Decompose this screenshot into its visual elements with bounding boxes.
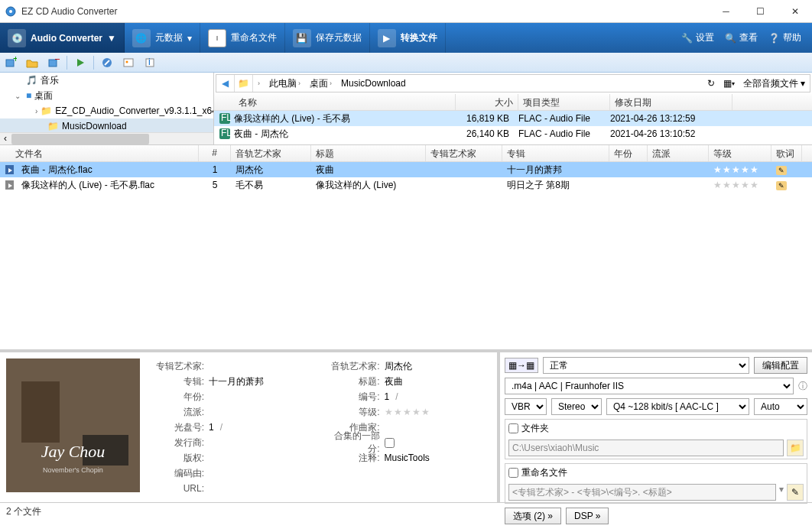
remove-button[interactable]: – (44, 54, 63, 71)
meta-rating[interactable]: ★★★★★ (385, 407, 430, 417)
convert-icon: ▶ (378, 29, 396, 47)
folder-icon: 📁 (41, 105, 52, 116)
folder-path-input[interactable] (508, 440, 784, 456)
format-select[interactable]: .m4a | AAC | Fraunhofer IIS (505, 378, 794, 394)
meta-disc[interactable]: 1 (209, 422, 214, 433)
crumb-pc[interactable]: 此电脑› (265, 75, 305, 92)
track-row[interactable]: 像我这样的人 (Live) - 毛不易.flac5毛不易像我这样的人 (Live… (0, 177, 812, 193)
close-button[interactable]: ✕ (778, 0, 812, 23)
svg-text:–: – (55, 57, 60, 64)
svg-text:+: + (13, 57, 17, 64)
compilation-checkbox[interactable] (385, 438, 395, 448)
nav-back[interactable]: ◀ (216, 75, 235, 92)
options-button[interactable]: 选项 (2) » (505, 508, 561, 524)
add-folder-button[interactable] (22, 54, 42, 71)
audio-converter-button[interactable]: 💿 Audio Converter▼ (0, 23, 125, 53)
save-metadata-button[interactable]: 💾 保存元数据 (285, 23, 370, 53)
auto-select[interactable]: Auto (754, 398, 807, 415)
meta-title[interactable]: 夜曲 (385, 375, 403, 388)
file-list[interactable]: FLAC像我这样的人 (Live) - 毛不易16,819 KBFLAC - A… (214, 111, 812, 141)
nav-up[interactable]: 📁 (235, 75, 253, 92)
svg-point-1 (9, 10, 12, 13)
mode-select[interactable]: 正常 (543, 357, 749, 374)
search-icon: 🔍 (725, 33, 736, 44)
svg-text:i: i (148, 57, 151, 67)
add-file-button[interactable]: + (1, 54, 21, 71)
view-link[interactable]: 🔍查看 (725, 23, 758, 53)
edit-config-button[interactable]: 编辑配置 (754, 357, 807, 374)
meta-album[interactable]: 十一月的萧邦 (209, 375, 264, 388)
folder-tree[interactable]: 🎵音乐 ⌄■桌面 ›📁EZ_CD_Audio_Converter_v9.3.1.… (0, 73, 214, 144)
file-header[interactable]: 名称 大小 项目类型 修改日期 (214, 94, 812, 111)
music-icon: 🎵 (26, 75, 37, 86)
globe-icon: 🌐 (132, 29, 151, 47)
track-header[interactable]: 文件名 # 音轨艺术家 标题 专辑艺术家 专辑 年份 流派 等级 歌词 (0, 145, 812, 162)
folder-checkbox[interactable] (508, 423, 518, 433)
refresh-button[interactable]: ↻ (702, 75, 720, 92)
meta-comment[interactable]: MusicTools (385, 453, 430, 463)
svg-marker-6 (77, 59, 84, 66)
browse-folder-button[interactable]: 📁 (787, 440, 804, 456)
info-button[interactable]: i (140, 54, 160, 71)
tree-selected[interactable]: 📁MusicDownload (0, 118, 213, 134)
rename-icon: I (208, 29, 226, 47)
desktop-icon: ■ (26, 90, 31, 101)
crumb-root[interactable]: › (253, 75, 265, 92)
stereo-select[interactable]: Stereo (551, 398, 602, 415)
meta-trackno[interactable]: 1 (385, 391, 390, 402)
crumb-folder[interactable]: MusicDownload (336, 75, 411, 92)
main-toolbar: 💿 Audio Converter▼ 🌐 元数据▾ I 重命名文件 💾 保存元数… (0, 23, 812, 53)
breadcrumb-bar: ◀ 📁 › 此电脑› 桌面› MusicDownload ↻ ▦▾ 全部音频文件… (216, 74, 810, 92)
meta-artist[interactable]: 周杰伦 (385, 360, 412, 373)
cover-button[interactable] (119, 54, 138, 71)
settings-link[interactable]: 🔧设置 (681, 23, 714, 53)
window-title: EZ CD Audio Converter (21, 6, 709, 17)
secondary-toolbar: + – i (0, 53, 812, 73)
metadata-panel: Jay Chou November's Chopin 专辑艺术家: 专辑:十一月… (0, 352, 497, 502)
album-cover[interactable]: Jay Chou November's Chopin (6, 358, 140, 492)
minimize-button[interactable]: ─ (709, 0, 743, 23)
edit-pattern-button[interactable]: ✎ (787, 484, 804, 501)
svg-text:FLAC: FLAC (221, 128, 231, 138)
vbr-select[interactable]: VBR (505, 398, 547, 415)
format-info-icon[interactable]: ⓘ (798, 380, 807, 393)
edit-meta-button[interactable] (97, 54, 117, 71)
play-button[interactable] (70, 54, 90, 71)
track-list[interactable]: 夜曲 - 周杰伦.flac1周杰伦夜曲十一月的萧邦★★★★★✎像我这样的人 (L… (0, 162, 812, 349)
filetype-filter[interactable]: 全部音频文件 ▾ (739, 77, 810, 90)
dsp-button[interactable]: DSP » (566, 508, 609, 524)
conversion-panel: ▦→▦ 正常 编辑配置 .m4a | AAC | Fraunhofer IIS … (497, 352, 812, 502)
help-link[interactable]: ❔帮助 (768, 23, 801, 53)
tree-hscroll[interactable]: ‹ (0, 132, 213, 144)
svg-rect-21 (21, 381, 60, 443)
titlebar: EZ CD Audio Converter ─ ☐ ✕ (0, 0, 812, 23)
rename-pattern-input[interactable] (508, 484, 776, 501)
queue-icon: ▦→▦ (505, 358, 538, 373)
track-row[interactable]: 夜曲 - 周杰伦.flac1周杰伦夜曲十一月的萧邦★★★★★✎ (0, 162, 812, 177)
crumb-desktop[interactable]: 桌面› (305, 75, 336, 92)
maximize-button[interactable]: ☐ (743, 0, 778, 23)
svg-point-9 (126, 60, 128, 63)
rename-button[interactable]: I 重命名文件 (200, 23, 285, 53)
cd-icon: 💿 (8, 29, 26, 47)
svg-text:FLAC: FLAC (221, 112, 231, 123)
quality-select[interactable]: Q4 ~128 kbit/s [ AAC-LC ] (606, 398, 749, 415)
view-mode-button[interactable]: ▦▾ (720, 75, 739, 92)
metadata-button[interactable]: 🌐 元数据▾ (125, 23, 200, 53)
help-icon: ❔ (768, 33, 780, 44)
rename-checkbox[interactable] (508, 468, 518, 478)
file-row[interactable]: FLAC像我这样的人 (Live) - 毛不易16,819 KBFLAC - A… (214, 111, 812, 126)
folder-icon: 📁 (47, 121, 59, 131)
file-row[interactable]: FLAC夜曲 - 周杰伦26,140 KBFLAC - Audio File20… (214, 126, 812, 141)
wrench-icon: 🔧 (681, 33, 693, 44)
app-icon (5, 5, 17, 18)
convert-button[interactable]: ▶ 转换文件 (370, 23, 446, 53)
svg-rect-8 (124, 59, 133, 66)
save-icon: 💾 (293, 29, 311, 47)
